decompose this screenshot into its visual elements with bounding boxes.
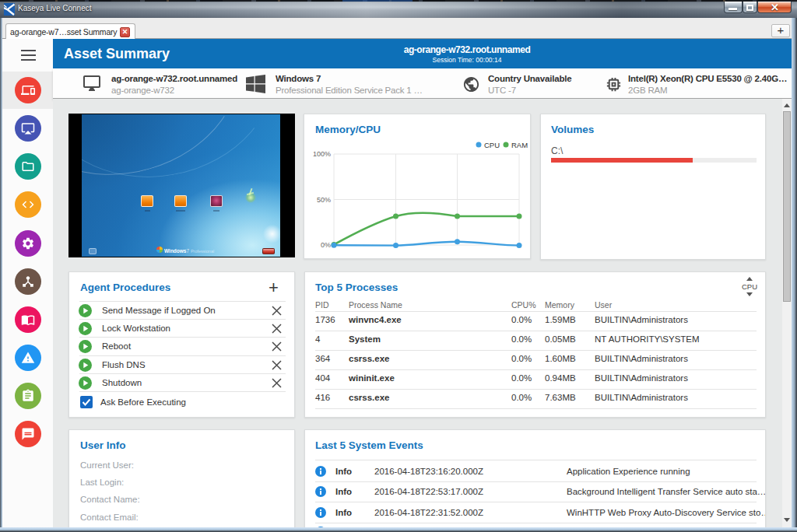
svg-text:100%: 100%: [313, 150, 331, 158]
svg-text:0%: 0%: [321, 241, 331, 249]
svg-text:50%: 50%: [317, 196, 331, 204]
svg-text:RAM: RAM: [511, 141, 528, 149]
svg-text:CPU: CPU: [484, 141, 500, 149]
